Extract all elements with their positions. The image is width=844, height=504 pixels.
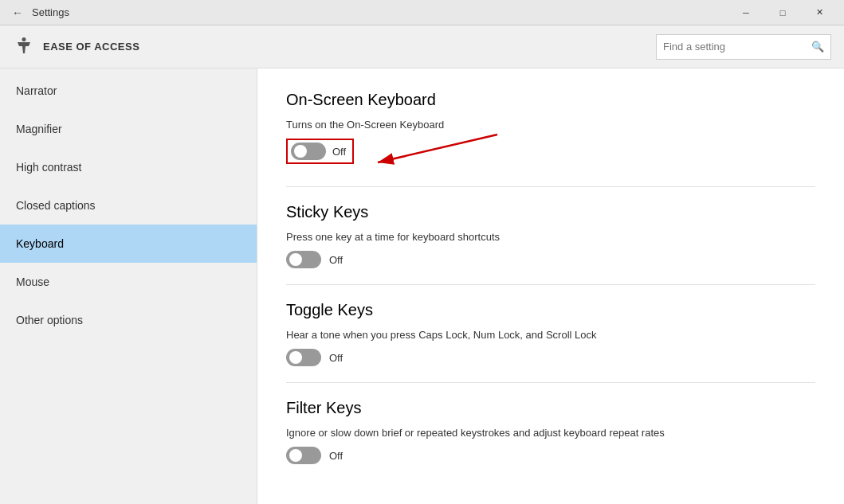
- sidebar-item-high-contrast[interactable]: High contrast: [0, 148, 257, 186]
- toggle-keys-section: Toggle Keys Hear a tone when you press C…: [286, 301, 815, 366]
- ease-of-access-icon: [13, 36, 35, 58]
- svg-line-1: [378, 135, 497, 162]
- arrow-annotation: [362, 131, 505, 194]
- on-screen-keyboard-title: On-Screen Keyboard: [286, 91, 815, 109]
- filter-keys-toggle-label: Off: [329, 450, 343, 462]
- divider-1: [286, 186, 815, 187]
- sidebar: Narrator Magnifier High contrast Closed …: [0, 68, 257, 504]
- toggle-keys-toggle-row: Off: [286, 349, 815, 366]
- on-screen-keyboard-toggle-highlight: Off: [286, 139, 354, 164]
- window-controls: ─ □ ✕: [728, 0, 838, 25]
- filter-keys-toggle-row: Off: [286, 447, 815, 464]
- app-header: EASE OF ACCESS 🔍: [0, 25, 844, 68]
- toggle-keys-title: Toggle Keys: [286, 301, 815, 319]
- search-icon: 🔍: [811, 41, 824, 53]
- filter-keys-section: Filter Keys Ignore or slow down brief or…: [286, 399, 815, 464]
- divider-3: [286, 382, 815, 383]
- on-screen-keyboard-toggle-label: Off: [332, 146, 346, 158]
- sidebar-item-magnifier[interactable]: Magnifier: [0, 110, 257, 148]
- sidebar-item-mouse[interactable]: Mouse: [0, 263, 257, 301]
- toggle-keys-description: Hear a tone when you press Caps Lock, Nu…: [286, 329, 815, 341]
- maximize-button[interactable]: □: [764, 0, 801, 25]
- search-input[interactable]: [663, 41, 811, 53]
- toggle-keys-toggle-label: Off: [329, 352, 343, 364]
- filter-keys-title: Filter Keys: [286, 399, 815, 417]
- main-layout: Narrator Magnifier High contrast Closed …: [0, 68, 844, 504]
- sticky-keys-toggle[interactable]: [286, 251, 321, 268]
- on-screen-keyboard-toggle[interactable]: [291, 143, 326, 160]
- on-screen-keyboard-description: Turns on the On-Screen Keyboard: [286, 119, 815, 131]
- sidebar-item-closed-captions[interactable]: Closed captions: [0, 186, 257, 225]
- sticky-keys-section: Sticky Keys Press one key at a time for …: [286, 203, 815, 268]
- divider-2: [286, 284, 815, 285]
- window-title: Settings: [32, 6, 69, 18]
- sidebar-item-keyboard[interactable]: Keyboard: [0, 225, 257, 263]
- sticky-keys-toggle-label: Off: [329, 254, 343, 266]
- close-button[interactable]: ✕: [801, 0, 838, 25]
- on-screen-keyboard-section: On-Screen Keyboard Turns on the On-Scree…: [286, 91, 815, 170]
- toggle-keys-toggle[interactable]: [286, 349, 321, 366]
- sidebar-item-narrator[interactable]: Narrator: [0, 72, 257, 110]
- sticky-keys-toggle-row: Off: [286, 251, 815, 268]
- filter-keys-description: Ignore or slow down brief or repeated ke…: [286, 427, 815, 439]
- back-button[interactable]: ←: [6, 2, 29, 24]
- app-title: EASE OF ACCESS: [43, 41, 139, 53]
- title-bar: ← Settings ─ □ ✕: [0, 0, 844, 25]
- sidebar-item-other-options[interactable]: Other options: [0, 301, 257, 339]
- sticky-keys-title: Sticky Keys: [286, 203, 815, 221]
- minimize-button[interactable]: ─: [728, 0, 764, 25]
- filter-keys-toggle[interactable]: [286, 447, 321, 464]
- sticky-keys-description: Press one key at a time for keyboard sho…: [286, 231, 815, 243]
- search-box[interactable]: 🔍: [656, 34, 831, 60]
- content-area: On-Screen Keyboard Turns on the On-Scree…: [257, 68, 844, 504]
